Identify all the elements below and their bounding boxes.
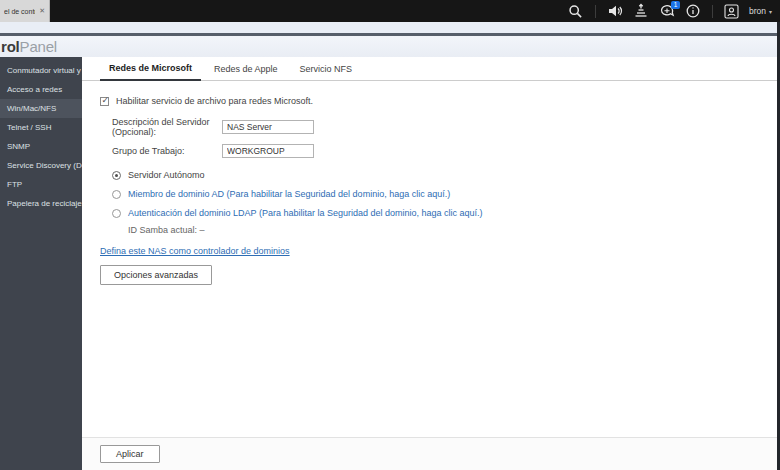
standalone-server-row: Servidor Autónomo — [112, 170, 777, 180]
sidebar-item-virtual-switch[interactable]: Conmutador virtual y de .. — [0, 61, 82, 80]
background-tasks-icon[interactable] — [628, 0, 654, 22]
apply-button[interactable]: Aplicar — [100, 445, 160, 463]
chevron-down-icon[interactable]: ▾ — [769, 8, 772, 15]
user-icon[interactable] — [719, 0, 745, 22]
taskbar-tab-control-panel[interactable]: el de control ✕ — [0, 0, 50, 22]
sidebar-item-win-mac-nfs[interactable]: Win/Mac/NFS — [0, 99, 82, 118]
volume-icon[interactable] — [602, 0, 628, 22]
sidebar-item-telnet-ssh[interactable]: Telnet / SSH — [0, 118, 82, 137]
ad-domain-member-label[interactable]: Miembro de dominio AD (Para habilitar la… — [128, 189, 450, 199]
server-description-input[interactable] — [222, 120, 314, 134]
ldap-domain-auth-row: Autenticación del dominio LDAP (Para hab… — [112, 208, 777, 218]
ad-domain-member-radio[interactable] — [112, 190, 121, 199]
desktop-area: rolPanel Conmutador virtual y de .. Acce… — [0, 22, 780, 470]
domain-mode-radios: Servidor Autónomo Miembro de dominio AD … — [112, 170, 777, 218]
window-titlebar: rolPanel — [0, 36, 777, 57]
tab-bar: Redes de Microsoft Redes de Apple Servic… — [82, 57, 777, 81]
desktop-background — [0, 22, 777, 33]
tab-redes-apple[interactable]: Redes de Apple — [205, 64, 287, 80]
sidebar: Conmutador virtual y de .. Acceso a rede… — [0, 57, 82, 470]
page-title-suffix: Panel — [20, 38, 57, 55]
main-area: Conmutador virtual y de .. Acceso a rede… — [0, 57, 777, 470]
ldap-domain-auth-label[interactable]: Autenticación del dominio LDAP (Para hab… — [128, 208, 483, 218]
taskbar: el de control ✕ — [0, 0, 780, 22]
sidebar-item-snmp[interactable]: SNMP — [0, 137, 82, 156]
tab-redes-microsoft[interactable]: Redes de Microsoft — [100, 63, 201, 81]
tab-servicio-nfs[interactable]: Servicio NFS — [291, 64, 362, 80]
taskbar-separator — [595, 5, 596, 18]
taskbar-tab-label: el de control — [4, 8, 35, 15]
page-title: rol — [1, 38, 20, 55]
username-label[interactable]: bron — [749, 6, 766, 16]
content-panel: Redes de Microsoft Redes de Apple Servic… — [82, 57, 777, 470]
workgroup-label: Grupo de Trabajo: — [112, 146, 222, 156]
footer-bar: Aplicar — [82, 437, 777, 470]
enable-service-row: Habilitar servicio de archivo para redes… — [100, 96, 777, 106]
server-description-label: Descripción del Servidor (Opcional): — [112, 117, 222, 137]
ldap-domain-auth-radio[interactable] — [112, 209, 121, 218]
workgroup-row: Grupo de Trabajo: — [112, 144, 777, 158]
sidebar-item-recycle-bin[interactable]: Papelera de reciclaje de r... — [0, 194, 82, 213]
standalone-server-label: Servidor Autónomo — [128, 170, 205, 180]
notifications-icon[interactable]: 1 — [654, 0, 680, 22]
server-description-row: Descripción del Servidor (Opcional): — [112, 117, 777, 137]
microsoft-networking-form: Habilitar servicio de archivo para redes… — [82, 81, 777, 437]
advanced-options-button[interactable]: Opciones avanzadas — [100, 265, 212, 285]
search-icon[interactable] — [563, 0, 589, 22]
taskbar-separator — [712, 5, 713, 18]
enable-service-checkbox[interactable] — [100, 97, 109, 106]
samba-id-status: ID Samba actual: – — [128, 225, 777, 235]
info-icon[interactable] — [680, 0, 706, 22]
standalone-server-radio[interactable] — [112, 171, 121, 180]
sidebar-item-ftp[interactable]: FTP — [0, 175, 82, 194]
close-icon[interactable]: ✕ — [39, 7, 45, 15]
ad-domain-member-row: Miembro de dominio AD (Para habilitar la… — [112, 189, 777, 199]
sidebar-item-service-discovery[interactable]: Service Discovery (Desc.. — [0, 156, 82, 175]
enable-service-label: Habilitar servicio de archivo para redes… — [116, 96, 313, 106]
sidebar-item-network-access[interactable]: Acceso a redes — [0, 80, 82, 99]
workgroup-input[interactable] — [222, 144, 314, 158]
domain-controller-link[interactable]: Defina este NAS como controlador de domi… — [100, 246, 290, 256]
notification-badge: 1 — [671, 1, 680, 9]
taskbar-right: 1 bron ▾ — [563, 0, 780, 22]
